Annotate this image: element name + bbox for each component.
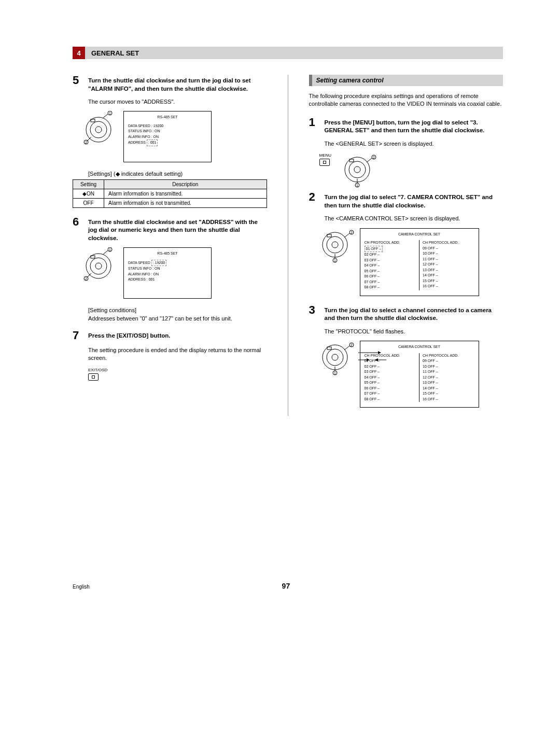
screen-line: STATUS INFO : ON	[128, 129, 207, 134]
step-1: 1 Press the [MENU] button, turn the jog …	[309, 117, 503, 135]
svg-text:1: 1	[334, 371, 336, 375]
step-number: 6	[73, 216, 82, 243]
svg-point-2	[95, 127, 102, 133]
svg-point-11	[90, 258, 107, 274]
svg-point-12	[95, 263, 102, 269]
svg-point-31	[327, 236, 343, 253]
table-row: 13 OFF –	[423, 268, 474, 273]
svg-text:2: 2	[85, 277, 87, 281]
button-label: MENU	[319, 153, 332, 158]
cursor-field: : 001	[147, 139, 158, 146]
screen-rs485: RS-485 SET DATA SPEED : 19200 STATUS INF…	[123, 247, 212, 299]
svg-point-41	[327, 349, 343, 366]
table-row: 08 OFF –	[365, 397, 416, 402]
page-number: 97	[90, 582, 482, 590]
table-row: 11 OFF –	[423, 257, 474, 262]
svg-line-14	[103, 250, 108, 255]
button-label: EXIT/OSD	[88, 368, 107, 372]
section-title: GENERAL SET	[91, 49, 139, 57]
settings-table: Setting Description ◆ON Alarm informatio…	[73, 179, 267, 208]
table-row: 07 OFF –	[365, 391, 416, 397]
step-7: 7 Press the [EXIT/OSD] button.	[73, 330, 267, 341]
svg-marker-53	[367, 358, 370, 361]
step-6: 6 Turn the shuttle dial clockwise and se…	[73, 216, 267, 243]
step-text: Press the [MENU] button, turn the jog di…	[325, 117, 503, 135]
col-header: CH PROTOCOL ADD.	[423, 353, 474, 359]
screen-line: ALARM INFO : ON	[128, 134, 207, 140]
svg-line-24	[367, 158, 372, 162]
table-row: 15 OFF –	[423, 391, 474, 397]
page-footer: English 97	[73, 582, 503, 590]
jog-dial-icon: 2 1	[319, 341, 349, 371]
step-2: 2 Turn the jog dial to select "7. CAMERA…	[309, 191, 503, 210]
svg-text:2: 2	[85, 141, 87, 144]
table-row: 10 OFF –	[423, 251, 474, 257]
section-header: 4 GENERAL SET	[73, 47, 503, 59]
svg-text:2: 2	[373, 156, 375, 159]
svg-point-42	[332, 354, 338, 360]
th-setting: Setting	[73, 179, 104, 189]
td: ◆ON	[73, 189, 104, 198]
jog-dial-icon: 2 1	[342, 153, 372, 183]
column-divider	[288, 75, 288, 416]
svg-point-22	[354, 166, 360, 173]
svg-marker-51	[378, 351, 381, 354]
section-number: 4	[73, 47, 85, 59]
svg-line-4	[103, 114, 108, 118]
screen-line: STATUS INFO : ON	[128, 266, 207, 272]
step-number: 2	[309, 191, 318, 210]
table-row: 02 OFF –	[365, 252, 416, 258]
screen-line: ALARM INFO : ON	[128, 272, 207, 277]
step-number: 7	[73, 330, 82, 341]
screen-line: ADDRESS : 001	[128, 277, 207, 283]
step-body: The setting procedure is ended and the d…	[88, 346, 267, 362]
screen-rs485: RS-485 SET DATA SPEED : 19200 STATUS INF…	[123, 111, 212, 162]
table-row: 15 OFF –	[423, 278, 474, 284]
step-body: The <GENERAL SET> screen is displayed.	[325, 140, 503, 148]
screen-line: DATA SPEED : 19200	[128, 123, 207, 129]
right-column: Setting camera control The following pro…	[309, 75, 503, 416]
setting-conditions-body: Addresses between "0" and "127" can be s…	[88, 315, 267, 322]
intro-text: The following procedure explains setting…	[309, 92, 503, 108]
table-row: 14 OFF –	[423, 273, 474, 278]
table-row: 09 OFF –	[423, 358, 474, 364]
left-column: 5 Turn the shuttle dial clockwise and tu…	[73, 75, 267, 416]
table-row: 12 OFF –	[423, 375, 474, 381]
step-text: Turn the shuttle dial clockwise and set …	[88, 216, 267, 243]
svg-marker-55	[375, 358, 378, 361]
screen-camera-control: CAMERA CONTROL SET CH PROTOCOL ADD. 01 O…	[360, 341, 479, 408]
jog-dial-icon: 2 1	[319, 228, 349, 258]
figure-row: MENU 2 1	[319, 153, 503, 183]
table-caption: [Settings] (◆ indicates default setting)	[88, 171, 267, 177]
step-body: The "PROTOCOL" field flashes.	[325, 328, 503, 336]
subheader: Setting camera control	[309, 75, 503, 86]
step-body: The <CAMERA CONTROL SET> screen is displ…	[325, 215, 503, 222]
step-text: Press the [EXIT/OSD] button.	[88, 330, 170, 341]
table-row: 16 OFF –	[423, 397, 474, 402]
svg-text:1: 1	[109, 248, 111, 252]
td: Alarm information is transmitted.	[104, 189, 267, 198]
col-header: CH PROTOCOL ADD.	[365, 240, 416, 246]
svg-text:2: 2	[351, 231, 353, 234]
svg-text:1: 1	[334, 259, 336, 262]
table-row: 10 OFF –	[423, 364, 474, 370]
button-icon	[319, 159, 330, 166]
step-body: The cursor moves to "ADDRESS".	[88, 98, 267, 106]
screen-line: ADDRESS : 001	[128, 139, 207, 146]
screen-title: CAMERA CONTROL SET	[365, 232, 474, 238]
table-row: 08 OFF –	[365, 285, 416, 290]
th-description: Description	[104, 179, 267, 189]
screen-camera-control: CAMERA CONTROL SET CH PROTOCOL ADD. 01 O…	[360, 228, 479, 296]
language-label: English	[73, 584, 90, 590]
table-row: 14 OFF –	[423, 386, 474, 392]
figure-row: 1 2 RS-485 SET DATA SPEED : 19200 STATUS…	[83, 247, 267, 299]
table-row: 05 OFF –	[365, 269, 416, 274]
button-icon	[88, 373, 99, 381]
svg-line-34	[344, 233, 349, 238]
svg-point-21	[349, 161, 366, 178]
step-3: 3 Turn the jog dial to select a channel …	[309, 304, 503, 323]
table-row: 06 OFF –	[365, 274, 416, 280]
menu-button-figure: MENU	[319, 153, 332, 166]
svg-line-44	[344, 346, 349, 350]
td: Alarm information is not transmitted.	[104, 198, 267, 207]
